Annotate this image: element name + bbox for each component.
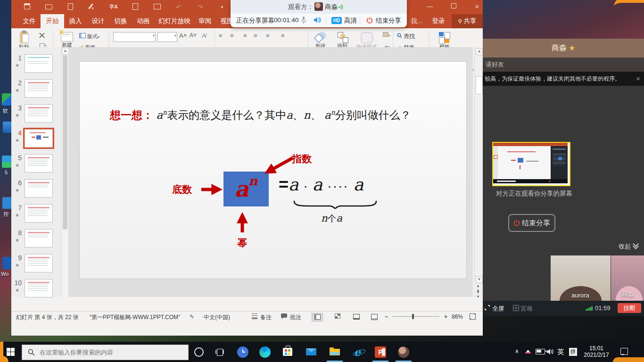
comments-icon[interactable] [281, 313, 287, 318]
internet-explorer-button[interactable]: e [348, 342, 367, 362]
slideshow-view-button[interactable] [369, 313, 380, 321]
powerpoint-button[interactable]: P [371, 342, 390, 362]
zoom-slider-thumb[interactable] [412, 314, 414, 319]
zoom-in-button[interactable]: + [444, 313, 447, 320]
participant-video[interactable]: 商淼 [611, 255, 644, 301]
tab-design[interactable]: 设计 [87, 14, 109, 28]
login-button[interactable]: 登录 [428, 14, 449, 28]
battery-tray-icon[interactable] [536, 349, 545, 354]
end-share-sidebar-button[interactable]: 结束分享 [508, 214, 555, 232]
search-input[interactable] [39, 348, 173, 356]
increase-indent-button[interactable]: ≡ [254, 32, 257, 39]
decrease-indent-button[interactable]: ≡ [243, 32, 247, 39]
tab-transitions[interactable]: 切换 [109, 14, 132, 28]
line-spacing-button[interactable]: ≡ [266, 32, 270, 39]
fit-to-window-button[interactable] [470, 313, 476, 320]
zoom-slider[interactable] [392, 316, 439, 317]
taskbar-search-box[interactable] [22, 345, 189, 360]
redo-icon[interactable]: ↷ [190, 3, 211, 11]
tray-show-hidden-icons[interactable]: ∧ [515, 348, 519, 354]
notes-icon[interactable] [252, 313, 257, 319]
shrink-font-button[interactable]: A˅ [190, 32, 197, 39]
zoom-out-button[interactable]: − [385, 313, 388, 320]
tab-home[interactable]: 开始 [41, 14, 64, 28]
input-language-indicator[interactable]: 英 [557, 348, 564, 356]
invite-friends-item[interactable]: 请好友 [483, 58, 644, 72]
slide-thumb-7[interactable] [25, 204, 53, 222]
font-name-combo[interactable]: ▾ [113, 32, 156, 42]
slide-thumb-10[interactable] [25, 279, 53, 297]
desktop-icon-5[interactable] [2, 156, 11, 168]
layout-button[interactable]: 版式▾ [79, 33, 108, 40]
slide-thumb-9[interactable] [25, 254, 53, 272]
desktop-icon-control[interactable] [2, 197, 11, 209]
collapse-videos-button[interactable]: 收起 [619, 242, 638, 251]
open-folder-icon[interactable] [38, 3, 59, 11]
slide-thumb-2[interactable] [25, 79, 53, 98]
task-view-button[interactable] [210, 342, 229, 362]
clock-tray[interactable]: 15:01 2021/2/17 [581, 345, 612, 358]
comments-button[interactable]: 批注 [290, 313, 301, 321]
slide-thumb-1[interactable] [25, 54, 53, 73]
text-direction-button[interactable]: ≡ [281, 32, 285, 39]
reading-view-button[interactable] [351, 313, 362, 321]
slide-thumb-6[interactable] [25, 179, 53, 197]
undo-icon[interactable]: ↶ [168, 3, 190, 11]
grow-font-button[interactable]: A˄ [179, 32, 187, 39]
microphone-icon[interactable] [300, 16, 307, 24]
mail-button[interactable] [302, 342, 321, 362]
edge-button[interactable] [256, 342, 274, 362]
cortana-button[interactable] [190, 342, 208, 362]
desktop-icon-blue[interactable] [3, 122, 11, 133]
qq-tray-icon[interactable] [525, 347, 531, 356]
proofing-icon[interactable]: ✎ [190, 313, 194, 320]
slide-thumb-4-selected[interactable] [25, 129, 53, 148]
clock-app-button[interactable] [233, 342, 252, 362]
font-size-combo[interactable]: ▾ [157, 32, 177, 42]
thumbnail-scrollbar[interactable]: ▲ [61, 47, 68, 297]
find-button[interactable]: 查找 [397, 33, 424, 41]
slide-thumb-8[interactable] [25, 229, 53, 247]
next-slide-button[interactable]: ▼▼ [476, 290, 480, 299]
ime-mode-indicator[interactable]: 拼 [569, 348, 577, 356]
file-explorer-button[interactable] [325, 342, 344, 362]
action-center-button[interactable] [620, 348, 628, 355]
tell-me-label[interactable]: 我... [407, 14, 426, 28]
minimize-button[interactable]: — [422, 0, 438, 13]
close-button[interactable]: × [469, 0, 485, 13]
new-document-icon[interactable] [59, 3, 81, 11]
share-button[interactable]: ⚲ 共享 [452, 14, 483, 28]
slideshow-icon[interactable] [146, 3, 168, 11]
zoom-percent[interactable]: 86% [452, 313, 463, 320]
bullets-button[interactable]: ≡ [219, 32, 223, 39]
start-button[interactable] [1, 342, 20, 362]
clear-format-button[interactable]: A̸ [202, 32, 206, 39]
hangup-button[interactable]: 挂断 [618, 303, 641, 313]
tab-slideshow[interactable]: 幻灯片放映 [155, 14, 194, 28]
hd-quality-button[interactable]: 高清 [344, 16, 357, 25]
cut-button[interactable] [36, 33, 48, 39]
desktop-icon-word[interactable] [2, 257, 11, 269]
grid-view-button[interactable]: 宫格 [520, 304, 533, 313]
slide-thumb-3[interactable] [25, 104, 53, 123]
slide-sorter-view-button[interactable] [332, 313, 343, 321]
notes-button[interactable]: 备注 [260, 313, 272, 321]
volume-tray-icon[interactable] [547, 348, 554, 355]
slide-thumb-5[interactable] [25, 154, 53, 173]
power-term-box[interactable]: an [223, 172, 269, 206]
numbering-button[interactable]: ≡ [230, 32, 234, 39]
editor-scrollbar[interactable]: ▲ ▼ ▲▲ ▼▼ [474, 47, 483, 297]
participant-video[interactable]: aurora [551, 255, 611, 301]
shape-fill-button[interactable]: ▾ [383, 32, 390, 38]
store-button[interactable] [278, 342, 297, 362]
maximize-button[interactable] [446, 0, 462, 13]
tab-file[interactable]: 文件 [18, 14, 41, 28]
tab-review[interactable]: 审阅 [194, 14, 216, 28]
slide-canvas[interactable]: 想一想： an表示的意义是什么？其中a、n、 an分别叫做什么？ an 底数 指… [79, 61, 467, 279]
print-preview-icon[interactable] [124, 3, 146, 11]
tab-animations[interactable]: 动画 [132, 14, 155, 28]
qat-dropdown-icon[interactable]: ▾ [211, 5, 233, 9]
save-icon[interactable] [16, 3, 38, 11]
language-status[interactable]: 中文(中国) [204, 313, 230, 321]
tab-insert[interactable]: 插入 [64, 14, 87, 28]
